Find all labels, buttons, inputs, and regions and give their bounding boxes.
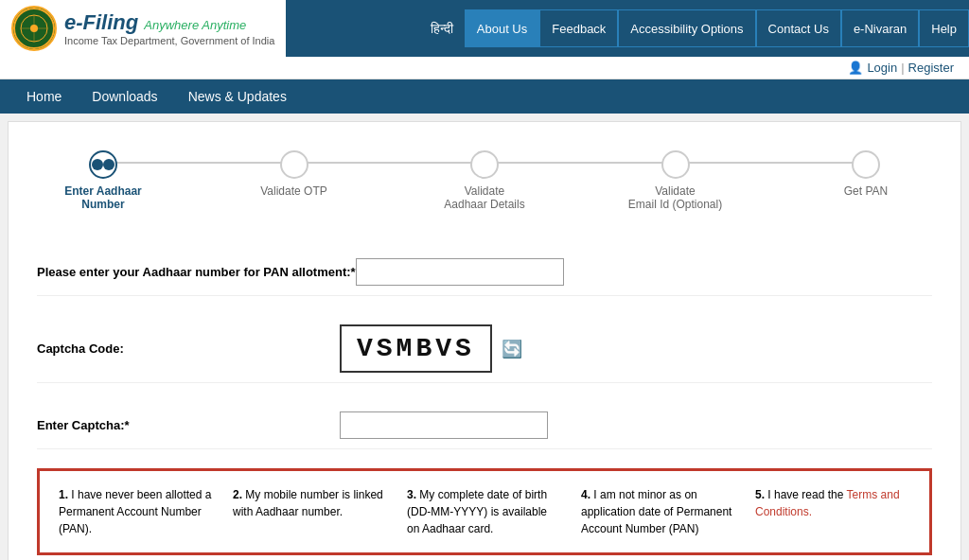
condition-1-num: 1.	[59, 488, 71, 501]
condition-1: 1. I have never been allotted a Permanen…	[59, 486, 214, 537]
nav-enivaran[interactable]: e-Nivaran	[841, 9, 919, 47]
aadhaar-row: Please enter your Aadhaar number for PAN…	[37, 249, 932, 296]
step-get-pan: Get PAN	[819, 150, 913, 198]
condition-4-num: 4.	[581, 488, 593, 501]
refresh-captcha-icon[interactable]: 🔄	[502, 339, 522, 359]
user-icon: 👤	[848, 61, 863, 75]
step-validate-otp: Validate OTP	[247, 150, 342, 198]
captcha-input[interactable]	[340, 411, 548, 439]
step3-label: ValidateAadhaar Details	[444, 184, 524, 211]
emblem-icon	[11, 6, 57, 51]
nav-about-us[interactable]: About Us	[465, 9, 539, 47]
step1-circle	[89, 150, 117, 179]
aadhaar-input[interactable]	[356, 258, 564, 286]
nav-accessibility[interactable]: Accessibility Options	[618, 9, 755, 47]
condition-3-text: My complete date of birth (DD-MM-YYYY) i…	[407, 488, 547, 535]
nav-help[interactable]: Help	[919, 9, 969, 47]
enter-captcha-row: Enter Captcha:*	[37, 402, 932, 449]
enter-captcha-label: Enter Captcha:*	[37, 418, 340, 432]
step4-label: ValidateEmail Id (Optional)	[628, 184, 722, 211]
main-content: Enter AadhaarNumber Validate OTP Validat…	[8, 121, 961, 560]
aadhaar-label: Please enter your Aadhaar number for PAN…	[37, 265, 356, 279]
step-enter-aadhaar: Enter AadhaarNumber	[56, 150, 150, 211]
step-validate-aadhaar: ValidateAadhaar Details	[437, 150, 532, 211]
condition-3-num: 3.	[407, 488, 419, 501]
nav-downloads[interactable]: Downloads	[77, 79, 172, 114]
step2-circle	[280, 150, 308, 179]
conditions-box: 1. I have never been allotted a Permanen…	[37, 468, 932, 555]
captcha-label: Captcha Code:	[37, 341, 340, 356]
condition-4: 4. I am not minor as on application date…	[581, 486, 736, 537]
captcha-display-row: Captcha Code: VSMBVS 🔄	[37, 315, 932, 383]
condition-4-text: I am not minor as on application date of…	[581, 488, 731, 535]
step5-circle	[852, 150, 880, 179]
login-link[interactable]: Login	[867, 61, 897, 75]
nav-contact-us[interactable]: Contact Us	[756, 9, 841, 47]
step5-label: Get PAN	[844, 184, 888, 198]
login-bar: 👤 Login | Register	[0, 57, 969, 79]
step4-circle	[661, 150, 690, 179]
step2-label: Validate OTP	[260, 184, 326, 198]
logo-text: e-Filing Anywhere Anytime Income Tax Dep…	[64, 10, 274, 46]
top-nav-links: हिन्दी About Us Feedback Accessibility O…	[419, 9, 969, 47]
step3-circle	[470, 150, 499, 179]
captcha-box: VSMBVS 🔄	[340, 324, 522, 373]
captcha-image: VSMBVS	[340, 324, 492, 373]
step1-label: Enter AadhaarNumber	[64, 184, 142, 211]
condition-5-num: 5.	[755, 488, 767, 501]
nav-news-updates[interactable]: News & Updates	[173, 79, 302, 114]
nav-home[interactable]: Home	[11, 79, 77, 114]
top-bar: e-Filing Anywhere Anytime Income Tax Dep…	[0, 0, 969, 57]
condition-3: 3. My complete date of birth (DD-MM-YYYY…	[407, 486, 562, 537]
efiling-brand: e-Filing Anywhere Anytime	[64, 10, 274, 35]
condition-5: 5. I have read the Terms and Conditions.	[755, 486, 910, 537]
nav-feedback[interactable]: Feedback	[539, 9, 618, 47]
logo-subtitle: Income Tax Department, Government of Ind…	[64, 35, 274, 46]
condition-2-num: 2.	[233, 488, 245, 501]
condition-2-text: My mobile number is linked with Aadhaar …	[233, 488, 383, 518]
hindi-button[interactable]: हिन्दी	[419, 17, 465, 41]
register-link[interactable]: Register	[908, 61, 954, 75]
condition-1-text: I have never been allotted a Permanent A…	[59, 488, 211, 535]
main-nav: Home Downloads News & Updates	[0, 79, 969, 114]
step-validate-email: ValidateEmail Id (Optional)	[628, 150, 723, 211]
condition-5-text-before: I have read the	[767, 488, 846, 501]
condition-2: 2. My mobile number is linked with Aadha…	[233, 486, 388, 537]
logo-area: e-Filing Anywhere Anytime Income Tax Dep…	[0, 0, 286, 57]
progress-stepper: Enter AadhaarNumber Validate OTP Validat…	[37, 141, 932, 220]
